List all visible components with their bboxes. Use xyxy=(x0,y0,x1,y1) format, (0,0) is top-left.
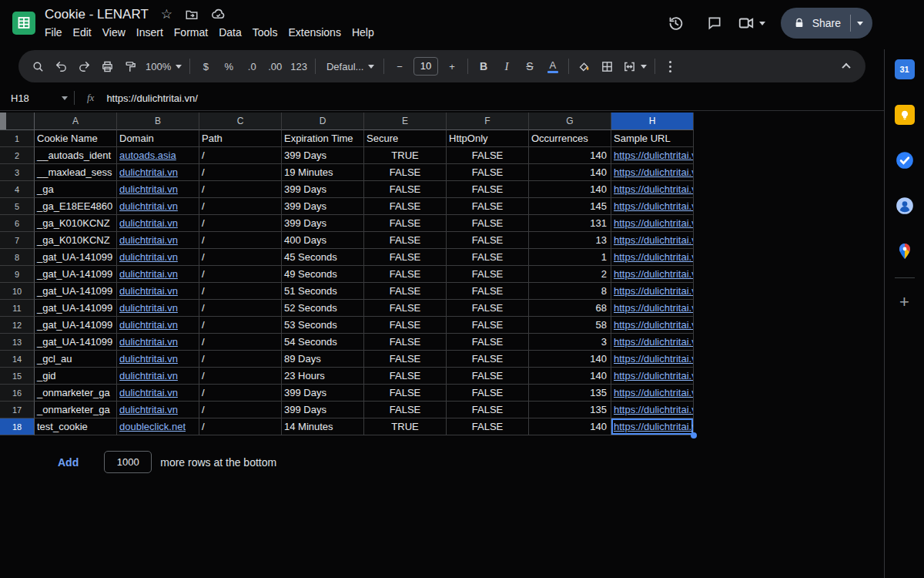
column-header[interactable]: H xyxy=(611,113,694,130)
cell-httponly[interactable]: FALSE xyxy=(447,300,529,317)
cell-cookie-name[interactable]: _gcl_au xyxy=(35,351,117,368)
paint-format-button[interactable] xyxy=(119,55,142,78)
keep-icon[interactable] xyxy=(895,105,915,125)
cell-httponly[interactable]: FALSE xyxy=(447,317,529,334)
cell-httponly[interactable]: FALSE xyxy=(447,215,529,232)
row-header[interactable]: 4 xyxy=(0,181,35,198)
cell-occurrences[interactable]: 140 xyxy=(529,164,611,181)
text-color-button[interactable]: A xyxy=(541,55,564,78)
row-header[interactable]: 2 xyxy=(0,147,35,164)
menu-tools[interactable]: Tools xyxy=(247,25,283,40)
cell-sample-url[interactable]: https://dulichtritai.vn/ xyxy=(611,198,694,215)
cell-domain[interactable]: dulichtritai.vn xyxy=(117,266,199,283)
column-header[interactable]: A xyxy=(35,113,117,130)
cell-path[interactable]: / xyxy=(199,266,282,283)
cell-occurrences[interactable]: 135 xyxy=(529,385,611,402)
row-header[interactable]: 11 xyxy=(0,300,35,317)
cell-secure[interactable]: FALSE xyxy=(364,283,447,300)
menu-file[interactable]: File xyxy=(39,25,68,40)
cell-expiration[interactable]: 51 Seconds xyxy=(282,283,364,300)
name-box[interactable]: H18 xyxy=(0,92,74,104)
share-caret-icon[interactable] xyxy=(857,22,863,25)
cell-path[interactable]: / xyxy=(199,368,282,385)
version-history-icon[interactable] xyxy=(661,8,691,39)
cell-secure[interactable]: FALSE xyxy=(364,198,447,215)
cell-occurrences[interactable]: 13 xyxy=(529,232,611,249)
cell-expiration[interactable]: 53 Seconds xyxy=(282,317,364,334)
cell-domain[interactable]: dulichtritai.vn xyxy=(117,385,199,402)
menu-view[interactable]: View xyxy=(97,25,131,40)
cell-sample-url[interactable]: https://dulichtritai.vn/ xyxy=(611,368,694,385)
column-header[interactable]: C xyxy=(199,113,282,130)
cell-cookie-name[interactable]: _gat_UA-141099 xyxy=(35,334,117,351)
cell-domain[interactable]: dulichtritai.vn xyxy=(117,368,199,385)
cell-secure[interactable]: FALSE xyxy=(364,351,447,368)
cell-occurrences[interactable]: 140 xyxy=(529,351,611,368)
more-options-button[interactable] xyxy=(659,55,682,78)
search-icon[interactable] xyxy=(26,55,49,78)
row-header[interactable]: 12 xyxy=(0,317,35,334)
cell-httponly[interactable]: FALSE xyxy=(447,402,529,418)
redo-button[interactable] xyxy=(72,55,95,78)
header-cell-expiration[interactable]: Expiration Time xyxy=(282,130,364,147)
cell-path[interactable]: / xyxy=(199,418,282,435)
cell-secure[interactable]: FALSE xyxy=(364,181,447,198)
column-header[interactable]: G xyxy=(529,113,611,130)
sheets-logo-icon[interactable] xyxy=(12,12,35,35)
cell-domain[interactable]: dulichtritai.vn xyxy=(117,300,199,317)
cell-httponly[interactable]: FALSE xyxy=(447,351,529,368)
contacts-icon[interactable] xyxy=(895,196,915,216)
bold-button[interactable]: B xyxy=(472,55,495,78)
row-header[interactable]: 18 xyxy=(0,418,35,435)
cell-secure[interactable]: FALSE xyxy=(364,266,447,283)
maps-icon[interactable] xyxy=(895,241,915,261)
cell-cookie-name[interactable]: _onmarketer_ga xyxy=(35,402,117,418)
star-icon[interactable]: ☆ xyxy=(161,8,172,21)
cell-occurrences[interactable]: 140 xyxy=(529,418,611,435)
cell-sample-url[interactable]: https://dulichtritai.vn/ xyxy=(611,266,694,283)
cell-cookie-name[interactable]: _onmarketer_ga xyxy=(35,385,117,402)
cell-httponly[interactable]: FALSE xyxy=(447,198,529,215)
cell-expiration[interactable]: 45 Seconds xyxy=(282,249,364,266)
share-button[interactable]: Share xyxy=(781,8,872,39)
meet-button[interactable] xyxy=(738,15,765,32)
cell-occurrences[interactable]: 140 xyxy=(529,368,611,385)
cell-cookie-name[interactable]: _ga_E18EE4860 xyxy=(35,198,117,215)
column-header[interactable]: E xyxy=(364,113,447,130)
cell-sample-url[interactable]: https://dulichtritai.vn/ xyxy=(611,351,694,368)
menu-data[interactable]: Data xyxy=(213,25,247,40)
cell-httponly[interactable]: FALSE xyxy=(447,181,529,198)
header-cell-path[interactable]: Path xyxy=(199,130,282,147)
row-header[interactable]: 13 xyxy=(0,334,35,351)
cell-path[interactable]: / xyxy=(199,351,282,368)
header-cell-sample-url[interactable]: Sample URL xyxy=(611,130,694,147)
add-apps-icon[interactable]: + xyxy=(895,292,915,312)
cell-cookie-name[interactable]: test_cookie xyxy=(35,418,117,435)
cell-domain[interactable]: dulichtritai.vn xyxy=(117,334,199,351)
borders-button[interactable] xyxy=(596,55,619,78)
row-header[interactable]: 9 xyxy=(0,266,35,283)
move-folder-icon[interactable] xyxy=(185,8,199,22)
increase-decimals-button[interactable]: .00 xyxy=(263,55,286,78)
cell-domain[interactable]: doubleclick.net xyxy=(117,418,199,435)
merge-cells-button[interactable] xyxy=(619,55,651,78)
cell-sample-url[interactable]: https://dulichtritai.vn/ xyxy=(611,232,694,249)
cell-secure[interactable]: FALSE xyxy=(364,368,447,385)
cell-expiration[interactable]: 399 Days xyxy=(282,385,364,402)
cell-sample-url[interactable]: https://dulichtritai.vn/ xyxy=(611,317,694,334)
decrease-font-size-button[interactable]: − xyxy=(388,55,411,78)
cell-occurrences[interactable]: 131 xyxy=(529,215,611,232)
cell-httponly[interactable]: FALSE xyxy=(447,147,529,164)
header-cell-httponly[interactable]: HttpOnly xyxy=(447,130,529,147)
cloud-status-icon[interactable] xyxy=(211,7,226,22)
decrease-decimals-button[interactable]: .0 xyxy=(240,55,263,78)
cell-expiration[interactable]: 23 Hours xyxy=(282,368,364,385)
menu-extensions[interactable]: Extensions xyxy=(283,25,346,40)
cell-domain[interactable]: dulichtritai.vn xyxy=(117,317,199,334)
cell-sample-url[interactable]: https://dulichtritai.vn/ xyxy=(611,300,694,317)
cell-cookie-name[interactable]: _gat_UA-141099 xyxy=(35,300,117,317)
cell-secure[interactable]: FALSE xyxy=(364,300,447,317)
cell-occurrences[interactable]: 145 xyxy=(529,198,611,215)
row-header[interactable]: 1 xyxy=(0,130,35,147)
cell-path[interactable]: / xyxy=(199,402,282,418)
